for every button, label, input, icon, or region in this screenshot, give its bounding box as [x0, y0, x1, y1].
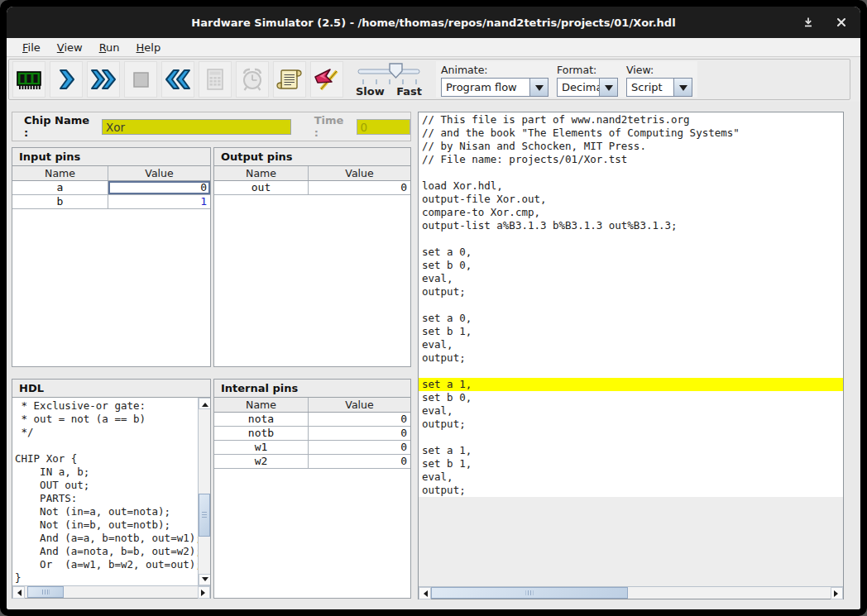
value-column-header: Value	[108, 166, 210, 180]
hdl-line: CHIP Xor {	[15, 452, 198, 466]
scroll-right-button[interactable]	[831, 587, 843, 599]
speed-slider-track	[356, 62, 422, 87]
slider-fast-label: Fast	[396, 85, 422, 98]
script-line	[419, 431, 843, 444]
script-horizontal-scrollbar[interactable]	[419, 586, 843, 599]
script-empty-area	[419, 497, 843, 586]
view-label: View:	[626, 64, 692, 76]
run-icon	[89, 66, 117, 93]
toolbar: Slow Fast Animate: Program flow Format:	[7, 57, 860, 102]
table-header: Name Value	[12, 166, 210, 181]
stop-button[interactable]	[124, 61, 157, 98]
format-select[interactable]: Decimal	[557, 78, 618, 97]
script-line: output-list a%B3.1.3 b%B3.1.3 out%B3.1.3…	[419, 219, 843, 232]
single-step-icon	[53, 66, 79, 93]
run-button[interactable]	[87, 61, 120, 98]
script-line	[419, 365, 843, 378]
scroll-track[interactable]	[25, 586, 198, 598]
scroll-track[interactable]	[431, 587, 831, 599]
breakpoint-arrow-icon	[313, 66, 341, 93]
scroll-thumb[interactable]	[431, 587, 628, 599]
hdl-line: Not (in=b, out=notb);	[15, 518, 198, 532]
calculator-button[interactable]	[199, 61, 232, 98]
single-step-button[interactable]	[50, 61, 83, 98]
chip-bar: Chip Name : Xor Time : 0	[12, 112, 411, 141]
animate-select[interactable]: Program flow	[441, 78, 548, 97]
pin-value-cell: 0	[309, 455, 410, 468]
menu-run[interactable]: Run	[92, 40, 127, 55]
pin-value-cell[interactable]: 0	[108, 181, 210, 194]
scroll-up-button[interactable]	[199, 398, 210, 409]
chip-name-label: Chip Name :	[24, 114, 97, 139]
scroll-thumb[interactable]	[27, 586, 64, 598]
scroll-right-button[interactable]	[198, 586, 210, 599]
toolbar-inner: Slow Fast Animate: Program flow Format:	[8, 59, 850, 100]
pin-value-cell[interactable]: 1	[108, 195, 210, 208]
load-chip-button[interactable]	[12, 61, 46, 98]
pin-value-cell: 0	[309, 413, 410, 426]
scroll-thumb[interactable]	[199, 494, 210, 537]
menubar: File View Run Help	[7, 38, 860, 57]
reset-button[interactable]	[161, 61, 194, 98]
script-line: // File name: projects/01/Xor.tst	[419, 153, 843, 166]
menu-file[interactable]: File	[15, 40, 48, 55]
hdl-line: OUT out;	[15, 479, 198, 492]
script-line: output;	[419, 484, 843, 497]
pin-row-a: a 0	[12, 181, 210, 195]
time-field: 0	[357, 119, 410, 135]
script-line: output;	[419, 418, 843, 431]
hardware-simulator-window: Hardware Simulator (2.5) - /home/thomas/…	[7, 7, 860, 609]
script-line: eval,	[419, 470, 843, 484]
pin-name-cell: notb	[214, 427, 309, 440]
scroll-left-button[interactable]	[12, 586, 25, 599]
script-line: compare-to Xor.cmp,	[419, 206, 843, 219]
minimize-icon	[802, 17, 814, 28]
titlebar-buttons	[801, 7, 849, 38]
script-line: set a 0,	[419, 246, 843, 259]
hdl-line: And (a=nota, b=b, out=w2);	[15, 545, 198, 558]
script-line: output;	[419, 351, 843, 365]
animate-selected-value: Program flow	[442, 79, 529, 96]
breakpoints-button[interactable]	[310, 61, 343, 98]
script-line: output;	[419, 285, 843, 298]
hdl-line: PARTS:	[15, 492, 198, 505]
combo-group: Animate: Program flow Format: Decimal	[436, 61, 697, 98]
pin-name-cell: w2	[214, 455, 309, 468]
script-scroll-icon	[275, 66, 304, 93]
output-pins-table: Name Value out 0	[214, 166, 410, 195]
pin-name-cell: w1	[214, 441, 309, 454]
speed-slider[interactable]: Slow Fast	[356, 62, 422, 98]
pin-row-notb: notb 0	[214, 427, 410, 441]
menu-view[interactable]: View	[50, 40, 90, 55]
scroll-track[interactable]	[199, 409, 210, 574]
table-header: Name Value	[214, 166, 410, 181]
view-select[interactable]: Script	[626, 78, 692, 97]
pin-row-w1: w1 0	[214, 441, 410, 455]
hdl-panel: HDL * Exclusive-or gate: * out = not (a …	[12, 379, 211, 599]
menu-help[interactable]: Help	[129, 40, 169, 55]
clock-icon	[239, 66, 266, 93]
view-dropdown-arrow-icon[interactable]	[673, 79, 692, 96]
scroll-down-button[interactable]	[199, 574, 210, 585]
chip-name-field[interactable]: Xor	[102, 119, 291, 135]
script-line	[419, 166, 843, 179]
animate-dropdown-arrow-icon[interactable]	[529, 79, 548, 96]
hdl-horizontal-scrollbar[interactable]	[12, 585, 210, 598]
close-icon	[836, 17, 846, 27]
hdl-title: HDL	[12, 380, 210, 398]
format-dropdown-arrow-icon[interactable]	[599, 79, 617, 96]
script-line: load Xor.hdl,	[419, 179, 843, 193]
scroll-left-button[interactable]	[419, 587, 431, 599]
view-selected-value: Script	[627, 79, 673, 96]
clock-button[interactable]	[236, 61, 269, 98]
script-line: output-file Xor.out,	[419, 193, 843, 206]
input-pins-title: Input pins	[12, 148, 210, 166]
hdl-line: * out = not (a == b)	[15, 413, 198, 426]
script-line: // and the book "The Elements of Computi…	[419, 127, 843, 140]
load-script-button[interactable]	[273, 61, 306, 98]
minimize-button[interactable]	[801, 15, 816, 30]
window-title: Hardware Simulator (2.5) - /home/thomas/…	[7, 17, 860, 29]
close-button[interactable]	[834, 15, 849, 30]
hdl-vertical-scrollbar[interactable]	[198, 398, 210, 585]
pin-value-cell: 0	[309, 427, 410, 440]
